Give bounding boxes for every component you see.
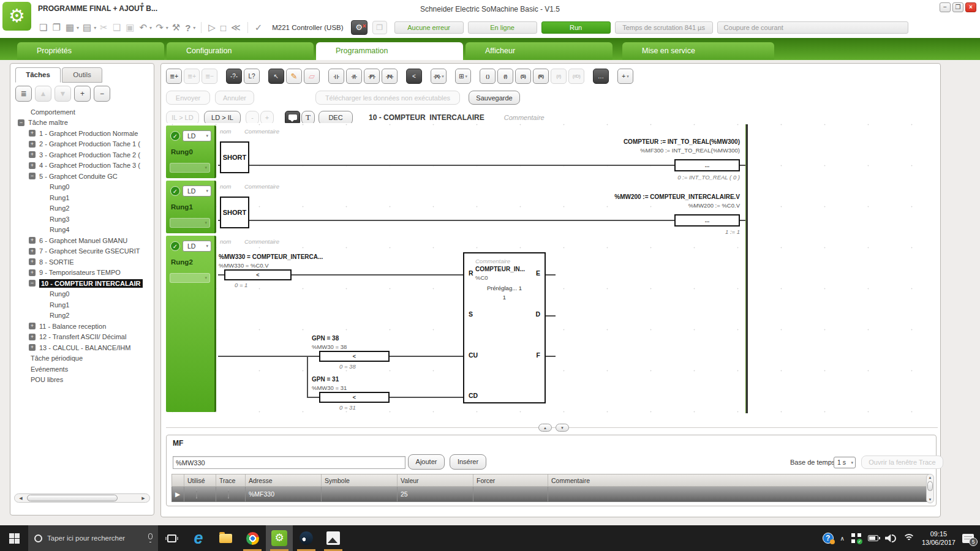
expand-icon[interactable]: [29, 269, 36, 276]
tree-item[interactable]: Rung0: [10, 289, 153, 300]
tree-item[interactable]: 5 - Graphcet Conduite GC: [10, 171, 153, 182]
edge-button[interactable]: e: [185, 525, 212, 551]
contact-no-button[interactable]: -| |-: [328, 69, 344, 84]
tab-configuration[interactable]: Configuration: [167, 42, 314, 60]
microphone-icon[interactable]: [148, 533, 153, 539]
tree-item[interactable]: POU libres: [10, 375, 153, 386]
check-icon[interactable]: ✓: [254, 22, 264, 33]
header-symbole[interactable]: Symbole: [322, 474, 398, 486]
tree-item[interactable]: Rung3: [10, 214, 153, 225]
select-tool-button[interactable]: ↖: [268, 69, 284, 84]
tree-item[interactable]: 11 - Balance reception: [10, 321, 153, 332]
task-view-button[interactable]: [158, 525, 185, 551]
operation-block[interactable]: ...: [674, 214, 740, 227]
start-button[interactable]: [0, 525, 28, 551]
duplicate-button[interactable]: ❐: [372, 21, 387, 34]
contact-nc-button[interactable]: -|/|-: [346, 69, 362, 84]
splitter-up-icon[interactable]: ▲: [538, 424, 552, 432]
splitter-down-icon[interactable]: ▼: [556, 424, 569, 432]
table-row[interactable]: ▶ %MF330 25: [172, 487, 931, 502]
header-adresse[interactable]: Adresse: [246, 474, 322, 486]
tree-item[interactable]: Rung1: [10, 192, 153, 203]
tools-icon[interactable]: ⚒: [171, 22, 181, 33]
start-icon[interactable]: ▷: [207, 22, 217, 33]
pou-comment-placeholder[interactable]: Commentaire: [504, 114, 545, 121]
header-forcer[interactable]: Forcer: [473, 474, 548, 486]
stop-icon[interactable]: □: [219, 23, 227, 33]
scroll-left-icon[interactable]: ◀: [15, 495, 26, 501]
tree-item[interactable]: 4 - Graphcet Production Tache 3 (: [10, 160, 153, 171]
comparison-block-button[interactable]: <: [406, 69, 422, 84]
sync-tray-icon[interactable]: ✓: [851, 533, 861, 543]
tree-item[interactable]: Rung2: [10, 310, 153, 321]
tree-item[interactable]: 8 - SORTIE: [10, 257, 153, 268]
inserer-button[interactable]: Insérer: [450, 454, 486, 470]
eraser-tool-button[interactable]: ▱: [304, 69, 320, 84]
tab-taches[interactable]: Tâches: [15, 67, 61, 83]
short-element[interactable]: SHORT: [220, 141, 249, 173]
rung-name[interactable]: Rung1: [171, 203, 193, 211]
coil-reset-button[interactable]: (R): [533, 69, 549, 84]
contact-falling-button[interactable]: -|N|-: [382, 69, 398, 84]
tab-proprietes[interactable]: Propriétés: [17, 42, 164, 60]
redo-caret-icon[interactable]: ▾: [166, 25, 168, 31]
tab-afficheur[interactable]: Afficheur: [466, 42, 612, 60]
timebase-select[interactable]: 1 s: [834, 457, 856, 468]
expand-icon[interactable]: [29, 344, 36, 351]
cell-adresse[interactable]: %MF330: [246, 487, 322, 501]
save-icon[interactable]: ▦: [64, 22, 75, 33]
help-tray-icon[interactable]: ?: [823, 533, 834, 544]
minimize-button[interactable]: −: [940, 2, 951, 12]
expand-icon[interactable]: [29, 334, 36, 340]
expand-icon[interactable]: [29, 151, 36, 158]
undo-caret-icon[interactable]: ▾: [149, 25, 152, 31]
tree-item[interactable]: Tâche périodique: [10, 353, 153, 364]
tree-item[interactable]: Tâche maître: [10, 118, 153, 129]
expand-icon[interactable]: [29, 237, 36, 244]
help-icon[interactable]: ?: [184, 23, 192, 33]
counter-function-block[interactable]: Commentaire COMPTEUR_IN... %C0 Préréglag…: [463, 252, 546, 403]
taskbar-clock[interactable]: 09:15 13/06/2017: [922, 530, 956, 547]
rewind-icon[interactable]: ≪: [230, 22, 242, 33]
operation-block-button[interactable]: …: [593, 69, 609, 84]
tree-item[interactable]: Rung1: [10, 299, 153, 310]
add-button[interactable]: +: [74, 86, 91, 102]
header-trace[interactable]: Trace: [216, 474, 246, 486]
rung-name[interactable]: Rung2: [171, 258, 193, 266]
scroll-up-icon[interactable]: ▲: [927, 474, 933, 481]
volume-icon[interactable]: [885, 534, 896, 542]
add-rung-button[interactable]: ≣+: [166, 69, 182, 84]
tray-chevron-icon[interactable]: ∧: [840, 535, 845, 542]
comparison-block[interactable]: <: [319, 392, 390, 403]
cell-valeur[interactable]: 25: [398, 487, 473, 501]
tree-item[interactable]: Rung0: [10, 182, 153, 193]
scrollbar-thumb[interactable]: [27, 495, 118, 501]
help-caret-icon[interactable]: ▾: [193, 25, 195, 31]
vertical-scrollbar[interactable]: ▲ ▼: [926, 474, 934, 503]
remove-button[interactable]: −: [94, 86, 110, 102]
chrome-button[interactable]: [239, 525, 266, 551]
comparison-block[interactable]: <: [319, 351, 390, 362]
disconnect-button[interactable]: ⚙×: [351, 20, 368, 35]
comparison-block[interactable]: <: [224, 269, 292, 280]
add-rung-list-button[interactable]: ≣: [15, 86, 32, 102]
tree-item[interactable]: 1 - Graphcet Production Normale: [10, 128, 153, 139]
short-element[interactable]: SHORT: [220, 197, 249, 228]
header-utilise[interactable]: Utilisé: [184, 474, 216, 486]
scroll-down-icon[interactable]: ▼: [927, 497, 933, 503]
open-icon[interactable]: ❐: [51, 22, 61, 33]
notification-center-icon[interactable]: 5: [962, 534, 974, 543]
collapse-icon[interactable]: [18, 119, 24, 126]
tree-item[interactable]: 2 - Graphcet Production Tache 1 (: [10, 139, 153, 150]
collapse-icon[interactable]: [29, 280, 36, 287]
rung2-header[interactable]: ✓ LD Rung2: [166, 236, 216, 412]
rung-language-select[interactable]: LD: [183, 241, 211, 252]
tree-item[interactable]: Comportement: [10, 107, 153, 118]
tree-item[interactable]: Rung4: [10, 225, 153, 236]
coil-negated-button[interactable]: (/): [497, 69, 513, 84]
pencil-tool-button[interactable]: ✎: [286, 69, 302, 84]
explorer-button[interactable]: [212, 525, 239, 551]
tree-item[interactable]: 9 - Temporisateurs TEMPO: [10, 268, 153, 279]
rung1-header[interactable]: ✓ LD Rung1: [166, 181, 216, 233]
cell-commentaire[interactable]: [548, 487, 930, 501]
